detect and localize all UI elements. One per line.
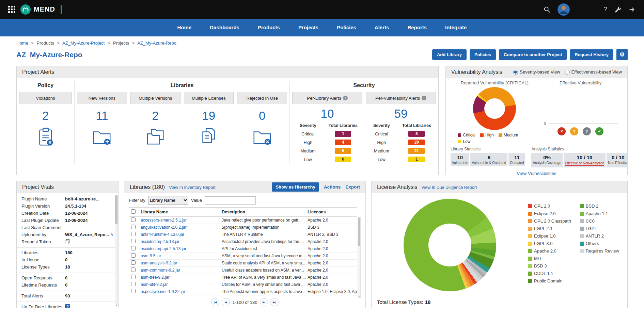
library-link[interactable]: antlr4-runtime-4.13.0.jar [141, 232, 184, 237]
violations-card: Violations 2 [17, 92, 74, 149]
per-vulnerability-alerts-card: Per-Vulnerability Alerts i 59 Severity T… [364, 92, 438, 164]
copy-icon[interactable] [65, 239, 69, 244]
next-page-button[interactable]: ▶ [260, 298, 268, 306]
row-checkbox[interactable] [131, 246, 136, 250]
logout-arrow-icon[interactable] [628, 6, 636, 13]
nav-home[interactable]: Home [168, 19, 201, 36]
export-button[interactable]: Export [345, 184, 360, 190]
severity-legend: Critical High Medium Low [458, 133, 531, 144]
library-link[interactable]: asciidoctorj-api-2.5.13.jar [141, 246, 186, 251]
first-page-button[interactable]: |◀ [211, 298, 219, 306]
nav-products[interactable]: Products [249, 19, 289, 36]
show-as-hierarchy-button[interactable]: Show as Hierarchy [272, 182, 319, 192]
nav-integrate[interactable]: Integrate [436, 19, 476, 36]
library-link[interactable]: aspectjweaver-1.9.22.jar [141, 289, 185, 294]
request-history-button[interactable]: Request History [570, 49, 613, 60]
legend-bsd-3: BSD 3 [528, 263, 571, 269]
scroll-down-arrow[interactable]: ▼ [115, 304, 118, 307]
project-vitals-header: Project Vitals [17, 181, 118, 193]
breadcrumb-project-name[interactable]: AZ_My-Azure-Repo [137, 40, 176, 46]
critical-badge: 8 [408, 131, 425, 137]
add-library-button[interactable]: Add Library [432, 49, 467, 60]
nav-projects[interactable]: Projects [289, 19, 328, 36]
multiple-licenses-tab[interactable]: Multiple Licenses [184, 92, 234, 104]
row-checkbox[interactable] [131, 217, 136, 222]
effectiveness-based-view-radio[interactable]: Effectiveness-based View [565, 69, 622, 75]
prev-page-button[interactable]: ◀ [222, 298, 230, 306]
column-header-description[interactable]: Description [220, 208, 305, 217]
vulnerable-outdated-stat: 6 Vulnerable & Outdated [470, 153, 507, 166]
row-checkbox[interactable] [131, 282, 136, 286]
row-checkbox[interactable] [131, 239, 136, 243]
library-link[interactable]: asm-9.5.jar [141, 254, 161, 258]
app-launcher-icon[interactable] [8, 6, 15, 13]
vulnerable-stat: 10 Vulnerable [451, 153, 469, 166]
breadcrumb-home[interactable]: Home [16, 40, 28, 46]
vitals-row-license-types: License Types18 [17, 263, 118, 271]
libraries-scrollbar[interactable] [358, 217, 361, 298]
uploaded-by-view-link[interactable]: view [111, 232, 113, 237]
column-header-licenses[interactable]: Licenses [305, 208, 357, 217]
library-link[interactable]: asciidoctorj-2.5.13.jar [141, 239, 179, 244]
row-checkbox[interactable] [131, 267, 136, 272]
search-icon[interactable] [543, 6, 551, 13]
filter-value-input[interactable] [205, 196, 256, 205]
scrollbar-thumb[interactable] [358, 217, 360, 246]
pagination-label: 1-100 of 180 [232, 300, 257, 305]
brand-logo[interactable]: MEND [20, 4, 62, 15]
nav-dashboards[interactable]: Dashboards [201, 19, 249, 36]
help-icon[interactable]: ? [604, 6, 607, 13]
library-link[interactable]: accessors-smart-2.5.1.jar [141, 218, 187, 223]
row-checkbox[interactable] [131, 225, 136, 229]
select-all-checkbox[interactable] [131, 209, 136, 214]
due-diligence-report-link[interactable]: View In Due Diligence Report [421, 185, 477, 190]
library-link[interactable]: asm-util-9.2.jar [141, 282, 168, 287]
new-versions-tab[interactable]: New Versions [77, 92, 127, 104]
library-link[interactable]: asm-tree-9.2.jar [141, 275, 170, 280]
policies-button[interactable]: Policies [470, 49, 496, 60]
table-row: asm-tree-9.2.jarTree API of ASM, a very … [129, 274, 357, 281]
vulnerability-analysis-panel: Vulnerability Analysis Severity-based Vi… [445, 66, 628, 175]
new-versions-count: 11 [77, 109, 127, 123]
row-checkbox[interactable] [131, 275, 136, 279]
page-title: AZ_My-Azure-Repo [16, 51, 82, 59]
per-vulnerability-alerts-tab[interactable]: Per-Vulnerability Alerts i [366, 92, 436, 104]
table-row: asm-util-9.2.jarUtilities for ASM, a ver… [129, 281, 357, 288]
nav-alerts[interactable]: Alerts [365, 19, 398, 36]
row-checkbox[interactable] [131, 232, 136, 236]
row-checkbox[interactable] [131, 253, 136, 258]
column-header-library-name[interactable]: Library Name [139, 208, 220, 217]
wrench-icon[interactable] [614, 6, 622, 13]
settings-gear-button[interactable]: ⚙ [616, 49, 628, 60]
scroll-down-arrow[interactable]: ▼ [358, 295, 361, 298]
nav-policies[interactable]: Policies [328, 19, 365, 36]
severity-based-view-radio[interactable]: Severity-based View [513, 69, 560, 75]
filter-by-select[interactable]: Library Name [148, 196, 188, 205]
view-vulnerabilities-link[interactable]: View Vulnerabilities [451, 171, 623, 175]
row-checkbox[interactable] [131, 289, 136, 293]
help-badge[interactable]: ? [65, 304, 70, 308]
user-avatar[interactable] [557, 3, 570, 16]
libraries-table: Library Name Description Licenses access… [129, 207, 357, 295]
per-library-alerts-tab[interactable]: Per-Library Alerts i [292, 92, 362, 104]
nav-reports[interactable]: Reports [398, 19, 436, 36]
library-link[interactable]: angus-activation-2.0.2.jar [141, 225, 187, 230]
effectiveness-based-view-input[interactable] [565, 70, 570, 75]
legend-swatch [580, 234, 584, 238]
severity-based-view-input[interactable] [513, 70, 518, 75]
scrollbar-thumb[interactable] [115, 195, 117, 224]
violations-tab[interactable]: Violations [19, 92, 72, 104]
library-link[interactable]: asm-analysis-9.2.jar [141, 261, 177, 265]
multiple-versions-tab[interactable]: Multiple Versions [130, 92, 180, 104]
last-page-button[interactable]: ▶| [270, 298, 279, 306]
library-link[interactable]: asm-commons-9.2.jar [141, 268, 180, 273]
vitals-scrollbar[interactable] [115, 195, 118, 305]
actions-button[interactable]: Actions [324, 184, 341, 190]
row-checkbox[interactable] [131, 260, 136, 265]
breadcrumb-product-name[interactable]: AZ_My-Azure-Project [62, 40, 105, 46]
compare-project-button[interactable]: Compare to another Project [499, 49, 567, 60]
new-versions-card: New Versions 11 [75, 92, 129, 149]
inventory-report-link[interactable]: View In Inventory Report [169, 185, 216, 190]
libraries-group-title: Libraries [75, 82, 289, 88]
rejected-in-use-tab[interactable]: Rejected In Use [237, 92, 287, 104]
